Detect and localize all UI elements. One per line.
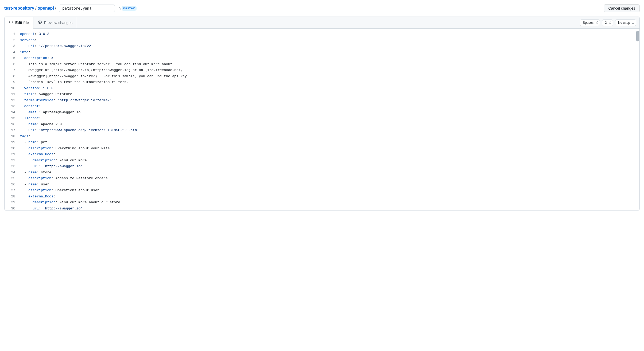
code-line[interactable]: This is a sample server Petstore server.… [20,61,635,68]
code-line[interactable]: - name: pet [20,139,635,146]
indent-mode-select[interactable]: Spaces [580,20,600,26]
line-number: 19 [9,139,15,146]
code-line[interactable]: Swagger at [http://swagger.io](http://sw… [20,67,635,73]
code-line[interactable]: url: 'http://swagger.io' [20,163,635,170]
code-line[interactable]: - name: user [20,182,635,188]
line-number: 1 [9,31,15,37]
scrollbar-thumb[interactable] [636,31,639,41]
cancel-changes-button[interactable]: Cancel changes [604,4,640,12]
line-number: 4 [9,49,15,56]
code-icon [9,20,13,25]
code-line[interactable]: #swagger](http://swagger.io/irc/). For t… [20,73,635,80]
line-number: 10 [9,85,15,92]
editor-panel: Edit file Preview changes Spaces [4,17,640,210]
line-number: 13 [9,103,15,110]
line-number: 21 [9,151,15,158]
line-number: 12 [9,98,15,104]
code-line[interactable]: externalDocs: [20,194,635,200]
code-line[interactable]: description: Everything about your Pets [20,146,635,152]
line-number: 8 [9,73,15,80]
code-line[interactable]: email: apiteam@swagger.io [20,110,635,116]
line-number: 2 [9,37,15,44]
eye-icon [38,20,42,25]
line-number: 27 [9,188,15,194]
breadcrumb-folder-link[interactable]: openapi [37,6,54,11]
code-line[interactable]: `special-key` to test the authorization … [20,79,635,85]
line-number: 17 [9,127,15,134]
line-number: 6 [9,61,15,68]
code-line[interactable]: - name: store [20,170,635,176]
line-number: 9 [9,79,15,85]
indent-size-select[interactable]: 2 [602,20,613,26]
code-line[interactable]: openapi: 3.0.3 [20,31,635,37]
code-line[interactable]: title: Swagger Petstore [20,91,635,98]
code-content[interactable]: openapi: 3.0.3servers: - url: '//petstor… [18,29,639,210]
line-number: 23 [9,163,15,170]
code-line[interactable]: tags: [20,134,635,140]
code-line[interactable]: name: Apache 2.0 [20,122,635,128]
code-line[interactable]: description: Find out more about our sto… [20,200,635,206]
code-line[interactable]: url: 'http://www.apache.org/licenses/LIC… [20,127,635,134]
branch-badge[interactable]: master [122,6,136,11]
line-number: 25 [9,176,15,182]
line-number-gutter: 1234567891011121314151617181920212223242… [5,29,18,210]
code-line[interactable]: externalDocs: [20,151,635,158]
code-line[interactable]: - url: '//petstore.swagger.io/v2' [20,43,635,49]
line-number: 11 [9,91,15,98]
tab-edit-label: Edit file [15,21,29,25]
code-editor[interactable]: 1234567891011121314151617181920212223242… [5,29,639,210]
line-number: 24 [9,170,15,176]
code-line[interactable]: description: Access to Petstore orders [20,176,635,182]
code-line[interactable]: version: 1.0.0 [20,85,635,92]
line-number: 15 [9,115,15,122]
line-number: 22 [9,158,15,164]
tab-preview-label: Preview changes [44,21,73,25]
tab-edit-file[interactable]: Edit file [5,17,33,29]
code-line[interactable]: description: Find out more [20,158,635,164]
breadcrumb-separator: / [34,6,37,11]
code-line[interactable]: description: >- [20,55,635,61]
wrap-mode-select[interactable]: No wrap [615,20,636,26]
line-number: 3 [9,43,15,49]
line-number: 16 [9,122,15,128]
line-number: 26 [9,182,15,188]
line-number: 7 [9,67,15,73]
line-number: 5 [9,55,15,61]
code-line[interactable]: termsOfService: 'http://swagger.io/terms… [20,98,635,104]
tab-preview-changes[interactable]: Preview changes [33,17,77,28]
line-number: 29 [9,200,15,206]
breadcrumb-repo-link[interactable]: test-repository [4,6,34,11]
code-line[interactable]: contact: [20,103,635,110]
line-number: 20 [9,146,15,152]
breadcrumb-separator: / [54,6,57,11]
code-line[interactable]: description: Operations about user [20,188,635,194]
code-line[interactable]: url: 'http://swagger.io' [20,206,635,210]
line-number: 30 [9,206,15,210]
code-line[interactable]: servers: [20,37,635,44]
line-number: 18 [9,134,15,140]
in-label: in [118,6,121,10]
code-line[interactable]: license: [20,115,635,122]
filename-input[interactable] [59,5,115,12]
code-line[interactable]: info: [20,49,635,56]
line-number: 28 [9,194,15,200]
line-number: 14 [9,110,15,116]
breadcrumb: test-repository / openapi / in master [4,5,137,12]
